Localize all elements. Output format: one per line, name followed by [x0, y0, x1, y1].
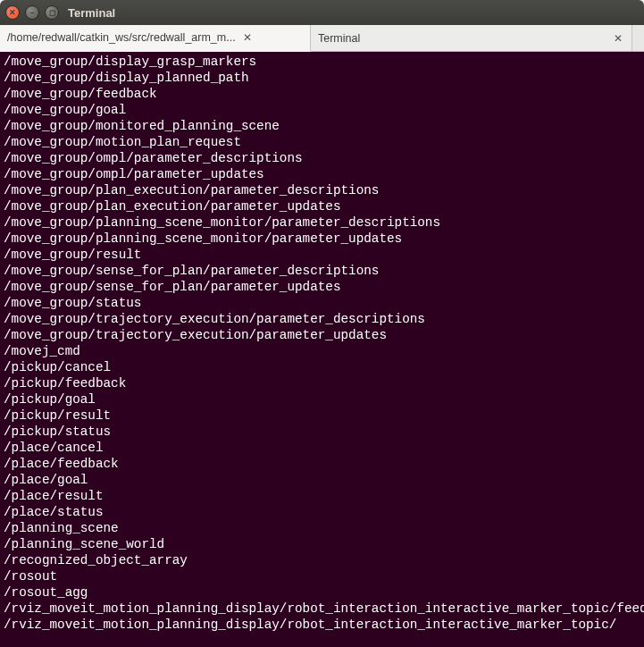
terminal-line: /pickup/cancel — [4, 359, 640, 375]
maximize-icon: ◻ — [49, 8, 55, 17]
terminal-window: ✕ – ◻ Terminal /home/redwall/catkin_ws/s… — [0, 0, 644, 647]
window-title: Terminal — [68, 6, 639, 20]
terminal-line: /move_group/ompl/parameter_descriptions — [4, 150, 640, 166]
minimize-button[interactable]: – — [25, 5, 39, 20]
terminal-line: /move_group/ompl/parameter_updates — [4, 166, 640, 182]
tab-1[interactable]: Terminal ✕ — [311, 25, 632, 51]
close-icon: ✕ — [9, 8, 16, 17]
terminal-line: /move_group/planning_scene_monitor/param… — [4, 231, 640, 247]
close-icon[interactable]: ✕ — [612, 32, 624, 45]
terminal-line: /move_group/goal — [4, 102, 640, 118]
terminal-line: /move_group/motion_plan_request — [4, 134, 640, 150]
terminal-line: /move_group/planning_scene_monitor/param… — [4, 214, 640, 231]
terminal-line: /recognized_object_array — [4, 552, 640, 568]
terminal-line: /pickup/feedback — [4, 375, 640, 391]
terminal-line: /move_group/feedback — [4, 86, 640, 102]
terminal-line: /move_group/display_grasp_markers — [4, 54, 640, 70]
terminal-line: /place/feedback — [4, 456, 640, 472]
terminal-line: /movej_cmd — [4, 343, 640, 359]
tab-0[interactable]: /home/redwall/catkin_ws/src/redwall_arm_… — [0, 25, 311, 52]
terminal-line: /place/status — [4, 504, 640, 520]
terminal-line: /rviz_moveit_motion_planning_display/rob… — [4, 617, 640, 633]
tab-bar: /home/redwall/catkin_ws/src/redwall_arm_… — [0, 25, 644, 52]
terminal-line: /move_group/monitored_planning_scene — [4, 118, 640, 134]
tab-label: /home/redwall/catkin_ws/src/redwall_arm_… — [7, 31, 236, 44]
terminal-line: /pickup/goal — [4, 391, 640, 408]
window-controls: ✕ – ◻ — [5, 5, 59, 20]
terminal-line: /planning_scene_world — [4, 536, 640, 552]
terminal-output[interactable]: /move_group/display_grasp_markers/move_g… — [0, 52, 644, 647]
tab-label: Terminal — [318, 32, 360, 45]
terminal-line: /pickup/status — [4, 424, 640, 440]
terminal-line: /move_group/result — [4, 247, 640, 263]
terminal-line: /planning_scene — [4, 520, 640, 536]
terminal-line: /place/goal — [4, 472, 640, 488]
close-button[interactable]: ✕ — [5, 5, 20, 20]
terminal-line: /move_group/trajectory_execution/paramet… — [4, 311, 640, 327]
terminal-line: /move_group/plan_execution/parameter_upd… — [4, 198, 640, 214]
terminal-line: /rviz_moveit_motion_planning_display/rob… — [4, 601, 640, 617]
terminal-line: /pickup/result — [4, 408, 640, 424]
close-icon[interactable]: ✕ — [241, 31, 254, 44]
terminal-line: /move_group/status — [4, 295, 640, 311]
maximize-button[interactable]: ◻ — [45, 5, 59, 20]
terminal-line: /rosout_agg — [4, 584, 640, 601]
terminal-line: /move_group/sense_for_plan/parameter_upd… — [4, 279, 640, 295]
terminal-line: /rosout — [4, 568, 640, 584]
terminal-line: /place/cancel — [4, 440, 640, 456]
terminal-line: /move_group/plan_execution/parameter_des… — [4, 182, 640, 198]
minimize-icon: – — [29, 8, 34, 17]
terminal-line: /move_group/display_planned_path — [4, 70, 640, 86]
terminal-line: /move_group/trajectory_execution/paramet… — [4, 327, 640, 343]
terminal-line: /place/result — [4, 488, 640, 504]
terminal-line: /move_group/sense_for_plan/parameter_des… — [4, 263, 640, 279]
titlebar: ✕ – ◻ Terminal — [0, 0, 644, 25]
